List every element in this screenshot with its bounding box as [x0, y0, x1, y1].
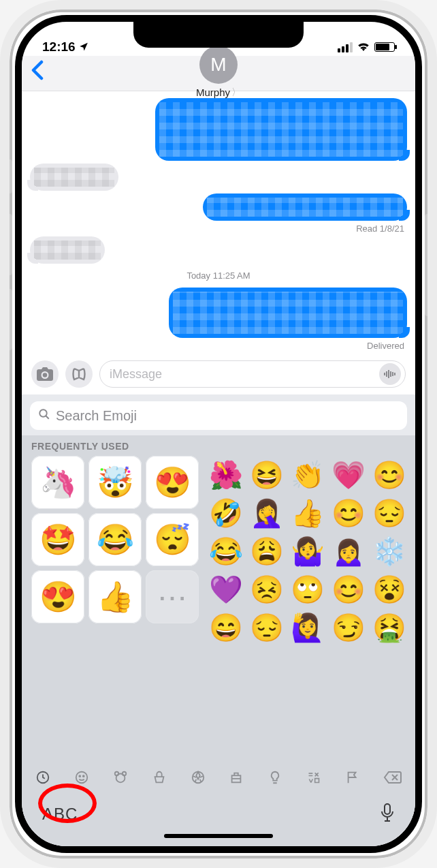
svg-point-10 [79, 775, 80, 777]
svg-rect-3 [390, 371, 391, 377]
dictation-button[interactable] [380, 803, 395, 826]
delete-key[interactable] [381, 770, 404, 785]
emoji-key[interactable]: 😩 [250, 538, 284, 565]
emoji-key[interactable]: 😂 [209, 538, 243, 565]
voice-message-button[interactable] [379, 363, 401, 385]
emoji-key[interactable]: 👏 [291, 461, 325, 489]
category-flags-icon[interactable] [342, 770, 363, 785]
emoji-key[interactable]: 😣 [250, 576, 284, 603]
status-time-text: 12:16 [42, 40, 76, 54]
svg-point-14 [123, 772, 127, 776]
memoji-sticker[interactable]: 😍 [146, 456, 199, 509]
back-button[interactable] [31, 60, 44, 84]
wifi-icon [357, 40, 370, 55]
memoji-sticker[interactable]: 🤩 [31, 513, 84, 566]
emoji-key[interactable]: 😏 [331, 614, 366, 641]
category-smileys-icon[interactable] [71, 770, 92, 785]
emoji-search-placeholder: Search Emoji [56, 408, 137, 424]
svg-point-13 [115, 772, 119, 776]
incoming-message [30, 236, 407, 264]
svg-point-11 [83, 775, 84, 777]
delivered-receipt: Delivered [30, 341, 404, 351]
emoji-key[interactable]: 😔 [372, 499, 406, 527]
memoji-sticker[interactable]: 😍 [31, 570, 84, 623]
status-time: 12:16 [42, 40, 88, 55]
emoji-keyboard: Search Emoji FREQUENTLY USED 🦄 🤯 😍 🤩 😂 😴… [22, 394, 415, 846]
emoji-section-label: FREQUENTLY USED [22, 435, 415, 453]
incoming-message [30, 164, 407, 191]
read-receipt: Read 1/8/21 [30, 223, 404, 234]
search-icon [38, 408, 50, 424]
emoji-key[interactable]: ❄️ [372, 538, 406, 565]
emoji-key[interactable]: 💗 [331, 461, 366, 489]
category-animals-icon[interactable] [110, 770, 131, 785]
svg-rect-4 [392, 372, 393, 376]
category-food-icon[interactable] [149, 770, 169, 785]
conversation-header: M Murphy 〉 [22, 56, 415, 91]
emoji-search-input[interactable]: Search Emoji [30, 401, 407, 430]
emoji-grid: 🌺 😆 👏 💗 😊 🤣 🤦‍♀️ 👍 😊 😔 😂 😩 🤷‍♀️ [206, 456, 410, 762]
emoji-key[interactable]: 🤣 [209, 499, 243, 527]
emoji-key[interactable]: 🤷‍♀️ [291, 538, 325, 565]
memoji-sticker[interactable]: 👍 [88, 570, 142, 623]
category-travel-icon[interactable] [226, 770, 246, 785]
svg-point-15 [192, 772, 204, 784]
message-placeholder: iMessage [110, 367, 162, 382]
notch [133, 22, 304, 48]
svg-rect-0 [384, 373, 385, 375]
svg-rect-5 [394, 373, 395, 375]
svg-rect-17 [385, 804, 390, 814]
emoji-key[interactable]: 🤦‍♀️ [250, 499, 284, 527]
annotation-highlight [38, 784, 97, 823]
outgoing-message [30, 98, 407, 161]
emoji-key[interactable]: 🙄 [291, 576, 325, 603]
emoji-key[interactable]: 🙋‍♀️ [291, 614, 325, 641]
emoji-key[interactable]: 😊 [331, 499, 366, 527]
battery-icon [374, 42, 395, 52]
emoji-key[interactable]: 🌺 [209, 461, 243, 489]
memoji-sticker[interactable]: 😂 [88, 513, 142, 566]
category-activity-icon[interactable] [188, 770, 208, 785]
emoji-key[interactable]: 👍 [291, 499, 325, 527]
app-drawer-button[interactable] [65, 360, 93, 388]
emoji-key[interactable]: 😔 [250, 614, 284, 641]
memoji-sticker[interactable]: 🤯 [88, 456, 142, 509]
emoji-key[interactable]: 🤮 [372, 614, 406, 641]
svg-rect-1 [386, 371, 387, 377]
memoji-sticker[interactable]: 😴 [146, 513, 199, 566]
emoji-key[interactable]: 😆 [250, 461, 284, 489]
emoji-key[interactable]: 💜 [209, 576, 243, 603]
emoji-key[interactable]: 😊 [372, 461, 406, 489]
home-indicator[interactable] [164, 834, 273, 838]
camera-button[interactable] [31, 360, 59, 388]
category-recents-icon[interactable] [33, 770, 53, 785]
outgoing-message [30, 288, 407, 338]
emoji-key[interactable]: 😊 [331, 576, 366, 603]
outgoing-message [30, 193, 407, 221]
svg-point-6 [39, 409, 47, 417]
svg-point-9 [76, 772, 88, 784]
compose-bar: iMessage [22, 356, 415, 394]
emoji-key[interactable]: 😵 [372, 576, 406, 603]
location-icon [79, 40, 88, 55]
category-symbols-icon[interactable] [304, 771, 324, 784]
svg-line-7 [46, 416, 49, 419]
category-objects-icon[interactable] [265, 770, 285, 785]
memoji-sticker[interactable]: 🦄 [31, 456, 84, 509]
thread-timestamp: Today 11:25 AM [30, 270, 407, 281]
emoji-key[interactable]: 🙍‍♀️ [331, 538, 366, 565]
memoji-more-button[interactable]: ⋯ [146, 570, 199, 623]
cell-signal-icon [338, 42, 353, 52]
message-input[interactable]: iMessage [99, 360, 406, 388]
emoji-key[interactable]: 😄 [209, 614, 243, 641]
message-thread[interactable]: Read 1/8/21 Today 11:25 AM Delivered [22, 91, 415, 356]
svg-rect-2 [388, 370, 389, 378]
memoji-grid: 🦄 🤯 😍 🤩 😂 😴 😍 👍 ⋯ [31, 456, 199, 762]
